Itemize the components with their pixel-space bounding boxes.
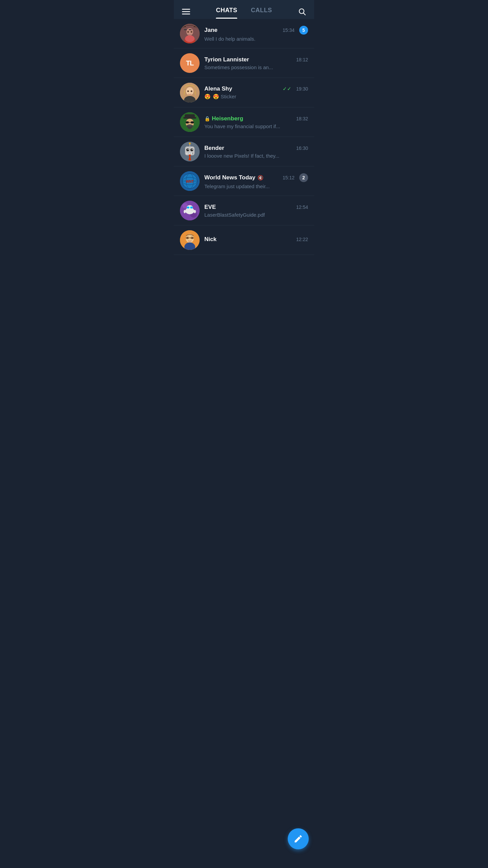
svg-point-55 <box>191 207 192 208</box>
mute-icon-wnt: 🔇 <box>258 175 263 180</box>
compose-fab[interactable] <box>288 828 309 849</box>
svg-rect-22 <box>186 121 189 123</box>
svg-point-11 <box>187 31 189 33</box>
svg-rect-0 <box>182 9 190 10</box>
tab-calls-label: CALLS <box>251 7 272 14</box>
chat-item-tyrion[interactable]: TL Tyrion Lannister 18:12 Sometimes poss… <box>174 48 314 78</box>
avatar-initials-tyrion: TL <box>186 59 194 67</box>
avatar-alena <box>180 83 200 102</box>
chat-preview-alena: 😍 😍 Sticker <box>204 94 308 100</box>
svg-rect-1 <box>182 11 190 12</box>
chat-name-wnt: World News Today <box>204 174 256 181</box>
chat-item-jane[interactable]: Jane 15:34 5 Well I do help animals. <box>174 19 314 48</box>
svg-point-8 <box>185 35 195 42</box>
avatar-nick <box>180 230 200 250</box>
unread-badge-wnt: 2 <box>299 173 308 182</box>
chat-top-eve: EVE 12:54 <box>204 204 308 211</box>
chat-list: Jane 15:34 5 Well I do help animals. TL … <box>174 19 314 255</box>
chat-content-alena: Alena Shy ✓✓ 19:30 😍 😍 Sticker <box>204 85 308 100</box>
chat-time-alena: 19:30 <box>296 86 308 92</box>
chat-preview-eve: LaserBlastSafetyGuide.pdf <box>204 212 308 218</box>
avatar-wnt: WNT <box>180 171 200 191</box>
chat-top-heisenberg: 🔒 Heisenberg 18:32 <box>204 115 308 122</box>
chat-item-nick[interactable]: Nick 12:22 <box>174 225 314 255</box>
svg-rect-37 <box>189 155 191 156</box>
svg-rect-34 <box>188 153 190 154</box>
avatar-jane <box>180 24 200 43</box>
avatar-eve <box>180 201 200 220</box>
chat-time-tyrion: 18:12 <box>296 57 308 62</box>
chat-name-jane: Jane <box>204 27 218 34</box>
avatar-tyrion: TL <box>180 53 200 73</box>
svg-point-31 <box>192 149 193 150</box>
preview-text-alena: 😍 Sticker <box>213 94 236 100</box>
chat-item-bender[interactable]: Bender 16:30 I looove new Pixels! If fac… <box>174 137 314 166</box>
svg-point-30 <box>188 149 189 150</box>
svg-point-39 <box>189 143 191 144</box>
chat-name-nick: Nick <box>204 236 217 243</box>
svg-point-56 <box>184 210 186 213</box>
chat-top-jane: Jane 15:34 5 <box>204 26 308 35</box>
svg-line-4 <box>304 13 306 15</box>
chat-top-alena: Alena Shy ✓✓ 19:30 <box>204 85 308 92</box>
chat-name-bender: Bender <box>204 145 224 152</box>
svg-text:WNT: WNT <box>186 180 194 183</box>
chat-top-wnt: World News Today 🔇 15:12 2 <box>204 173 308 182</box>
chat-top-bender: Bender 16:30 <box>204 145 308 152</box>
chat-content-nick: Nick 12:22 <box>204 236 308 244</box>
tab-chats[interactable]: CHATS <box>216 7 237 19</box>
chat-top-nick: Nick 12:22 <box>204 236 308 243</box>
chat-time-nick: 12:22 <box>296 237 308 242</box>
avatar-bender <box>180 142 200 161</box>
chat-name-tyrion: Tyrion Lannister <box>204 56 249 63</box>
chat-time-jane: 15:34 <box>283 27 294 33</box>
menu-icon[interactable] <box>181 6 191 19</box>
chat-content-bender: Bender 16:30 I looove new Pixels! If fac… <box>204 145 308 159</box>
sticker-emoji: 😍 <box>204 94 211 100</box>
double-tick-alena: ✓✓ <box>283 86 291 92</box>
tab-chats-label: CHATS <box>216 7 237 14</box>
svg-rect-10 <box>189 29 191 30</box>
chat-item-heisenberg[interactable]: 🔒 Heisenberg 18:32 You have my financial… <box>174 107 314 137</box>
chat-top-tyrion: Tyrion Lannister 18:12 <box>204 56 308 63</box>
svg-rect-33 <box>186 153 188 154</box>
unread-badge-jane: 5 <box>299 26 308 35</box>
chat-content-wnt: World News Today 🔇 15:12 2 Telegram just… <box>204 173 308 189</box>
chat-content-heisenberg: 🔒 Heisenberg 18:32 You have my financial… <box>204 115 308 129</box>
svg-point-16 <box>187 91 189 92</box>
svg-rect-20 <box>185 114 195 118</box>
chat-preview-heisenberg: You have my financial support if... <box>204 123 308 129</box>
chat-content-eve: EVE 12:54 LaserBlastSafetyGuide.pdf <box>204 204 308 218</box>
tab-calls[interactable]: CALLS <box>251 7 272 19</box>
chat-preview-bender: I looove new Pixels! If fact, they... <box>204 153 308 159</box>
svg-point-12 <box>191 31 192 33</box>
lock-icon-heisenberg: 🔒 <box>204 116 210 121</box>
chat-item-eve[interactable]: EVE 12:54 LaserBlastSafetyGuide.pdf <box>174 196 314 225</box>
svg-point-54 <box>187 207 189 208</box>
chat-name-alena: Alena Shy <box>204 85 232 92</box>
chat-time-eve: 12:54 <box>296 204 308 210</box>
chat-content-tyrion: Tyrion Lannister 18:12 Sometimes possess… <box>204 56 308 70</box>
svg-rect-2 <box>182 14 190 15</box>
chat-content-jane: Jane 15:34 5 Well I do help animals. <box>204 26 308 42</box>
avatar-heisenberg <box>180 112 200 132</box>
chat-preview-wnt: Telegram just updated their... <box>204 183 308 189</box>
chat-time-wnt: 15:12 <box>283 175 294 180</box>
chat-time-bender: 16:30 <box>296 145 308 151</box>
svg-rect-23 <box>191 121 194 123</box>
chat-name-eve: EVE <box>204 204 216 211</box>
chat-preview-jane: Well I do help animals. <box>204 36 308 42</box>
app-header: CHATS CALLS <box>174 0 314 19</box>
svg-point-57 <box>194 210 196 213</box>
svg-point-14 <box>186 87 194 95</box>
chat-item-alena[interactable]: Alena Shy ✓✓ 19:30 😍 😍 Sticker <box>174 78 314 107</box>
chat-name-heisenberg: Heisenberg <box>212 115 243 122</box>
navigation-tabs: CHATS CALLS <box>191 7 297 19</box>
search-icon[interactable] <box>297 6 307 19</box>
chat-preview-tyrion: Sometimes possession is an... <box>204 64 308 70</box>
svg-rect-35 <box>190 153 192 154</box>
chat-item-wnt[interactable]: WNT World News Today 🔇 15:12 2 Telegram … <box>174 166 314 196</box>
svg-rect-9 <box>184 29 187 30</box>
svg-point-17 <box>191 91 192 92</box>
chat-time-heisenberg: 18:32 <box>296 116 308 121</box>
